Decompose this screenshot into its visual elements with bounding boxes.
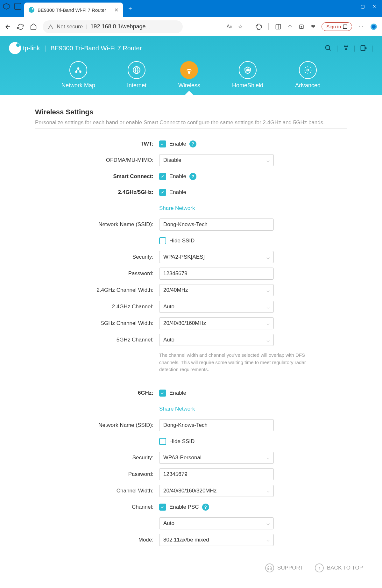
chevron-down-icon: ⌵ xyxy=(266,157,270,164)
nav-advanced[interactable]: Advanced xyxy=(295,61,321,89)
copilot-icon[interactable] xyxy=(370,23,378,31)
nav-wireless[interactable]: Wireless xyxy=(178,61,200,89)
svg-point-20 xyxy=(307,69,309,71)
chevron-down-icon: ⌵ xyxy=(266,520,270,527)
new-tab-button[interactable]: ＋ xyxy=(123,4,138,12)
label-password-2: Password: xyxy=(67,471,159,477)
share-network-link-1[interactable]: Share Network xyxy=(159,205,195,212)
search-icon[interactable] xyxy=(325,45,332,52)
svg-point-12 xyxy=(77,67,80,69)
smart-connect-help-icon[interactable]: ? xyxy=(189,173,196,180)
label-twt: TWT: xyxy=(67,141,159,147)
chevron-down-icon: ⌵ xyxy=(266,254,270,261)
smart-connect-checkbox[interactable]: ✓ xyxy=(159,173,166,180)
app-icon xyxy=(3,3,10,10)
back-to-top-button[interactable]: ↑ BACK TO TOP xyxy=(315,563,363,572)
favorites-bar-icon[interactable]: ✩ xyxy=(288,24,292,30)
address-bar[interactable]: Not secure | 192.168.0.1/webpage... xyxy=(43,20,183,33)
nav-homeshield[interactable]: HomeShield xyxy=(232,61,263,89)
url-text: 192.168.0.1/webpage... xyxy=(90,23,150,30)
tab-favicon-icon xyxy=(29,7,34,13)
svg-line-15 xyxy=(76,69,78,71)
svg-point-14 xyxy=(79,71,81,73)
chevron-down-icon: ⌵ xyxy=(266,454,270,461)
ofdma-select[interactable]: Disable⌵ xyxy=(159,154,274,166)
hide-ssid-checkbox-1[interactable] xyxy=(159,237,166,244)
ch-24-select[interactable]: Auto⌵ xyxy=(159,301,274,313)
label-security-2: Security: xyxy=(67,455,159,461)
ch-6-select[interactable]: Auto⌵ xyxy=(159,517,274,529)
security-select-2[interactable]: WPA3-Personal⌵ xyxy=(159,452,274,464)
twt-help-icon[interactable]: ? xyxy=(189,140,196,147)
extensions-icon[interactable] xyxy=(256,24,262,30)
svg-point-13 xyxy=(75,71,77,73)
band-6-checkbox[interactable]: ✓ xyxy=(159,390,166,397)
device-name: BE9300 Tri-Band Wi-Fi 7 Router xyxy=(51,45,142,52)
password-input-2[interactable]: 12345679 xyxy=(159,468,274,480)
label-ch-5: 5GHz Channel: xyxy=(67,337,159,343)
chevron-down-icon: ⌵ xyxy=(266,320,270,327)
nav-internet[interactable]: Internet xyxy=(127,61,146,89)
share-network-link-2[interactable]: Share Network xyxy=(159,406,195,412)
label-ssid-2: Network Name (SSID): xyxy=(67,422,159,428)
label-6ghz: 6GHz: xyxy=(67,390,159,396)
psc-checkbox[interactable]: ✓ xyxy=(159,504,166,511)
hide-ssid-checkbox-2[interactable] xyxy=(159,438,166,445)
svg-point-19 xyxy=(189,72,190,73)
back-button[interactable] xyxy=(4,23,11,30)
router-header: tp-link | BE9300 Tri-Band Wi-Fi 7 Router… xyxy=(0,36,382,95)
ssid-input-2[interactable]: Dong-Knows-Tech xyxy=(159,419,274,431)
ch-5-select[interactable]: Auto⌵ xyxy=(159,334,274,346)
svg-line-16 xyxy=(78,69,81,71)
ssid-input-1[interactable]: Dong-Knows-Tech xyxy=(159,219,274,231)
update-icon[interactable] xyxy=(343,45,350,52)
password-input-1[interactable]: 12345679 xyxy=(159,268,274,280)
advanced-icon xyxy=(299,61,317,79)
nav-network-map[interactable]: Network Map xyxy=(61,61,95,89)
support-button[interactable]: SUPPORT xyxy=(265,563,303,572)
page-title: Wireless Settings xyxy=(35,108,347,116)
window-titlebar: BE9300 Tri-Band Wi-Fi 7 Router ✕ ＋ — ▢ ✕ xyxy=(0,0,382,17)
browser-essentials-icon[interactable]: ❤ xyxy=(311,24,315,30)
collections-icon[interactable] xyxy=(298,24,305,30)
chevron-down-icon: ⌵ xyxy=(266,304,270,310)
refresh-button[interactable] xyxy=(17,23,24,30)
main-nav: Network Map Internet Wireless HomeShield… xyxy=(9,58,373,95)
signin-button[interactable]: Sign in xyxy=(322,22,352,31)
label-ch-width-5: 5GHz Channel Width: xyxy=(67,320,159,326)
security-select-1[interactable]: WPA2-PSK[AES]⌵ xyxy=(159,251,274,263)
tab-close-button[interactable]: ✕ xyxy=(114,7,118,13)
maximize-button[interactable]: ▢ xyxy=(361,4,365,9)
page-description: Personalize settings for each band or en… xyxy=(35,119,347,126)
read-aloud-icon[interactable]: A)) xyxy=(226,24,232,30)
ch-width-24-select[interactable]: 20/40MHz⌵ xyxy=(159,284,274,296)
warning-icon xyxy=(48,24,53,30)
close-window-button[interactable]: ✕ xyxy=(372,4,376,9)
chevron-down-icon: ⌵ xyxy=(266,337,270,343)
tplink-logo-icon xyxy=(9,42,21,54)
psc-help-icon[interactable]: ? xyxy=(202,504,209,511)
split-screen-icon[interactable] xyxy=(275,24,281,30)
network-map-icon xyxy=(69,61,87,79)
logout-icon[interactable] xyxy=(360,45,367,52)
label-ssid-1: Network Name (SSID): xyxy=(67,221,159,228)
workspaces-icon[interactable] xyxy=(14,3,22,10)
band-24-5-checkbox[interactable]: ✓ xyxy=(159,189,166,196)
page-footer: SUPPORT ↑ BACK TO TOP xyxy=(0,557,382,579)
minimize-button[interactable]: — xyxy=(349,4,353,9)
label-ch-width-6: Channel Width: xyxy=(67,488,159,494)
label-channel-6: Channel: xyxy=(67,504,159,510)
support-icon xyxy=(265,563,274,572)
browser-toolbar: Not secure | 192.168.0.1/webpage... A)) … xyxy=(0,17,382,36)
browser-tab[interactable]: BE9300 Tri-Band Wi-Fi 7 Router ✕ xyxy=(24,3,123,17)
twt-checkbox[interactable]: ✓ xyxy=(159,140,166,147)
favorite-icon[interactable]: ☆ xyxy=(238,24,243,30)
label-24-5ghz: 2.4GHz/5GHz: xyxy=(67,189,159,196)
home-button[interactable] xyxy=(30,23,37,30)
mode-select[interactable]: 802.11ax/be mixed⌵ xyxy=(159,534,274,546)
ch-width-6-select[interactable]: 20/40/80/160/320MHz⌵ xyxy=(159,485,274,497)
ch-width-5-select[interactable]: 20/40/80/160MHz⌵ xyxy=(159,317,274,329)
label-security-1: Security: xyxy=(67,254,159,260)
svg-point-7 xyxy=(326,45,330,49)
more-button[interactable]: ⋯ xyxy=(358,24,364,30)
